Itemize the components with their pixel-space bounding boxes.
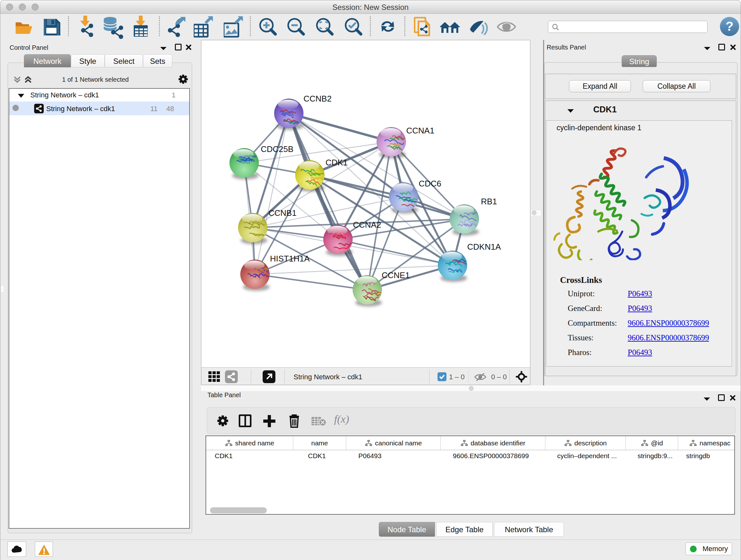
svg-text:CCNB2: CCNB2: [304, 94, 332, 104]
svg-text:CCNE1: CCNE1: [382, 270, 410, 280]
svg-text:RB1: RB1: [481, 197, 497, 206]
svg-text:CCNA1: CCNA1: [406, 126, 434, 135]
svg-text:CDK1: CDK1: [326, 158, 347, 167]
svg-text:HIST1H1A: HIST1H1A: [270, 254, 310, 263]
svg-text:CDC25B: CDC25B: [261, 144, 293, 154]
svg-text:CCNB1: CCNB1: [268, 208, 296, 218]
svg-text:CDKN1A: CDKN1A: [467, 242, 501, 252]
svg-text:CCNA2: CCNA2: [353, 220, 381, 230]
svg-text:CDC6: CDC6: [419, 179, 441, 188]
